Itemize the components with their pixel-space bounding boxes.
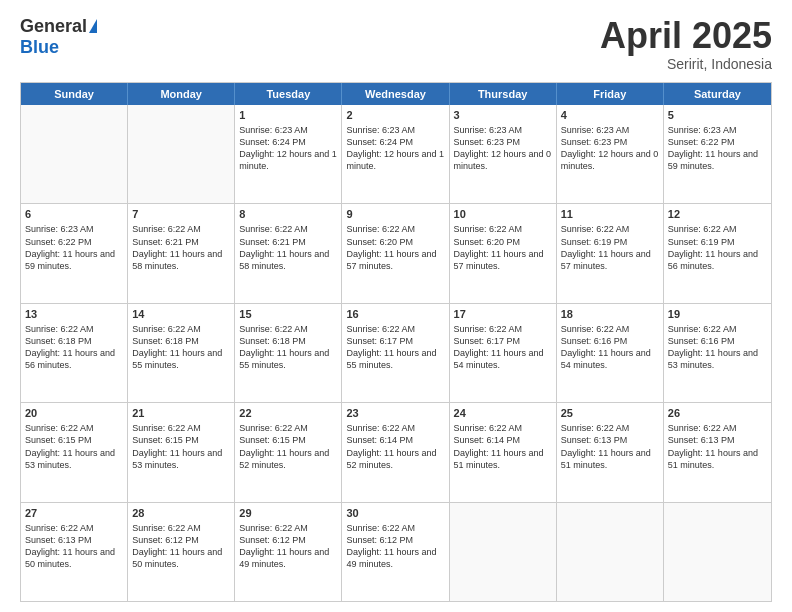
day-detail: Sunrise: 6:22 AM Sunset: 6:12 PM Dayligh… bbox=[239, 522, 337, 571]
day-number: 7 bbox=[132, 207, 230, 221]
calendar-week-4: 20Sunrise: 6:22 AM Sunset: 6:15 PM Dayli… bbox=[21, 403, 771, 502]
calendar-cell: 9Sunrise: 6:22 AM Sunset: 6:20 PM Daylig… bbox=[342, 204, 449, 302]
day-number: 12 bbox=[668, 207, 767, 221]
page: General Blue April 2025 Seririt, Indones… bbox=[0, 0, 792, 612]
calendar-cell bbox=[664, 503, 771, 601]
day-detail: Sunrise: 6:22 AM Sunset: 6:15 PM Dayligh… bbox=[239, 422, 337, 471]
day-number: 2 bbox=[346, 108, 444, 122]
calendar-cell: 13Sunrise: 6:22 AM Sunset: 6:18 PM Dayli… bbox=[21, 304, 128, 402]
day-detail: Sunrise: 6:22 AM Sunset: 6:19 PM Dayligh… bbox=[561, 223, 659, 272]
calendar-body: 1Sunrise: 6:23 AM Sunset: 6:24 PM Daylig… bbox=[21, 105, 771, 601]
day-detail: Sunrise: 6:23 AM Sunset: 6:23 PM Dayligh… bbox=[561, 124, 659, 173]
logo: General Blue bbox=[20, 16, 97, 58]
day-number: 4 bbox=[561, 108, 659, 122]
calendar-week-2: 6Sunrise: 6:23 AM Sunset: 6:22 PM Daylig… bbox=[21, 204, 771, 303]
day-detail: Sunrise: 6:22 AM Sunset: 6:18 PM Dayligh… bbox=[132, 323, 230, 372]
calendar-cell: 7Sunrise: 6:22 AM Sunset: 6:21 PM Daylig… bbox=[128, 204, 235, 302]
day-detail: Sunrise: 6:23 AM Sunset: 6:24 PM Dayligh… bbox=[346, 124, 444, 173]
calendar-header-friday: Friday bbox=[557, 83, 664, 105]
day-number: 5 bbox=[668, 108, 767, 122]
day-detail: Sunrise: 6:22 AM Sunset: 6:13 PM Dayligh… bbox=[25, 522, 123, 571]
day-detail: Sunrise: 6:22 AM Sunset: 6:15 PM Dayligh… bbox=[132, 422, 230, 471]
calendar-header-monday: Monday bbox=[128, 83, 235, 105]
day-number: 3 bbox=[454, 108, 552, 122]
calendar-cell: 6Sunrise: 6:23 AM Sunset: 6:22 PM Daylig… bbox=[21, 204, 128, 302]
calendar-cell bbox=[450, 503, 557, 601]
day-detail: Sunrise: 6:22 AM Sunset: 6:21 PM Dayligh… bbox=[132, 223, 230, 272]
calendar-cell: 22Sunrise: 6:22 AM Sunset: 6:15 PM Dayli… bbox=[235, 403, 342, 501]
calendar-cell: 26Sunrise: 6:22 AM Sunset: 6:13 PM Dayli… bbox=[664, 403, 771, 501]
calendar-cell: 1Sunrise: 6:23 AM Sunset: 6:24 PM Daylig… bbox=[235, 105, 342, 203]
day-detail: Sunrise: 6:23 AM Sunset: 6:23 PM Dayligh… bbox=[454, 124, 552, 173]
day-detail: Sunrise: 6:22 AM Sunset: 6:13 PM Dayligh… bbox=[561, 422, 659, 471]
day-number: 20 bbox=[25, 406, 123, 420]
day-number: 6 bbox=[25, 207, 123, 221]
calendar-cell: 30Sunrise: 6:22 AM Sunset: 6:12 PM Dayli… bbox=[342, 503, 449, 601]
day-detail: Sunrise: 6:22 AM Sunset: 6:19 PM Dayligh… bbox=[668, 223, 767, 272]
day-detail: Sunrise: 6:22 AM Sunset: 6:12 PM Dayligh… bbox=[132, 522, 230, 571]
calendar-week-3: 13Sunrise: 6:22 AM Sunset: 6:18 PM Dayli… bbox=[21, 304, 771, 403]
day-number: 22 bbox=[239, 406, 337, 420]
header: General Blue April 2025 Seririt, Indones… bbox=[20, 16, 772, 72]
day-number: 16 bbox=[346, 307, 444, 321]
day-detail: Sunrise: 6:22 AM Sunset: 6:18 PM Dayligh… bbox=[239, 323, 337, 372]
day-detail: Sunrise: 6:22 AM Sunset: 6:20 PM Dayligh… bbox=[346, 223, 444, 272]
calendar-cell: 10Sunrise: 6:22 AM Sunset: 6:20 PM Dayli… bbox=[450, 204, 557, 302]
calendar-cell bbox=[128, 105, 235, 203]
day-detail: Sunrise: 6:22 AM Sunset: 6:20 PM Dayligh… bbox=[454, 223, 552, 272]
day-detail: Sunrise: 6:23 AM Sunset: 6:22 PM Dayligh… bbox=[25, 223, 123, 272]
day-detail: Sunrise: 6:22 AM Sunset: 6:14 PM Dayligh… bbox=[454, 422, 552, 471]
calendar-header-saturday: Saturday bbox=[664, 83, 771, 105]
day-detail: Sunrise: 6:22 AM Sunset: 6:16 PM Dayligh… bbox=[668, 323, 767, 372]
day-detail: Sunrise: 6:22 AM Sunset: 6:14 PM Dayligh… bbox=[346, 422, 444, 471]
day-number: 21 bbox=[132, 406, 230, 420]
day-number: 8 bbox=[239, 207, 337, 221]
title-block: April 2025 Seririt, Indonesia bbox=[600, 16, 772, 72]
calendar-cell: 25Sunrise: 6:22 AM Sunset: 6:13 PM Dayli… bbox=[557, 403, 664, 501]
day-number: 1 bbox=[239, 108, 337, 122]
calendar-cell: 21Sunrise: 6:22 AM Sunset: 6:15 PM Dayli… bbox=[128, 403, 235, 501]
calendar-location: Seririt, Indonesia bbox=[600, 56, 772, 72]
calendar-cell: 24Sunrise: 6:22 AM Sunset: 6:14 PM Dayli… bbox=[450, 403, 557, 501]
day-detail: Sunrise: 6:22 AM Sunset: 6:21 PM Dayligh… bbox=[239, 223, 337, 272]
calendar-week-5: 27Sunrise: 6:22 AM Sunset: 6:13 PM Dayli… bbox=[21, 503, 771, 601]
calendar-header-wednesday: Wednesday bbox=[342, 83, 449, 105]
day-number: 30 bbox=[346, 506, 444, 520]
calendar-cell: 28Sunrise: 6:22 AM Sunset: 6:12 PM Dayli… bbox=[128, 503, 235, 601]
calendar-cell: 29Sunrise: 6:22 AM Sunset: 6:12 PM Dayli… bbox=[235, 503, 342, 601]
calendar-cell: 20Sunrise: 6:22 AM Sunset: 6:15 PM Dayli… bbox=[21, 403, 128, 501]
calendar-cell: 5Sunrise: 6:23 AM Sunset: 6:22 PM Daylig… bbox=[664, 105, 771, 203]
day-detail: Sunrise: 6:22 AM Sunset: 6:17 PM Dayligh… bbox=[454, 323, 552, 372]
day-number: 23 bbox=[346, 406, 444, 420]
day-detail: Sunrise: 6:23 AM Sunset: 6:22 PM Dayligh… bbox=[668, 124, 767, 173]
day-detail: Sunrise: 6:22 AM Sunset: 6:12 PM Dayligh… bbox=[346, 522, 444, 571]
day-number: 28 bbox=[132, 506, 230, 520]
calendar-cell: 12Sunrise: 6:22 AM Sunset: 6:19 PM Dayli… bbox=[664, 204, 771, 302]
calendar-header-row: SundayMondayTuesdayWednesdayThursdayFrid… bbox=[21, 83, 771, 105]
calendar-cell bbox=[557, 503, 664, 601]
calendar-cell: 14Sunrise: 6:22 AM Sunset: 6:18 PM Dayli… bbox=[128, 304, 235, 402]
calendar-cell: 17Sunrise: 6:22 AM Sunset: 6:17 PM Dayli… bbox=[450, 304, 557, 402]
logo-general-text: General bbox=[20, 16, 87, 37]
day-number: 29 bbox=[239, 506, 337, 520]
day-number: 11 bbox=[561, 207, 659, 221]
day-number: 19 bbox=[668, 307, 767, 321]
calendar-cell: 3Sunrise: 6:23 AM Sunset: 6:23 PM Daylig… bbox=[450, 105, 557, 203]
day-number: 26 bbox=[668, 406, 767, 420]
calendar-title: April 2025 bbox=[600, 16, 772, 56]
day-number: 13 bbox=[25, 307, 123, 321]
calendar-cell: 8Sunrise: 6:22 AM Sunset: 6:21 PM Daylig… bbox=[235, 204, 342, 302]
day-detail: Sunrise: 6:22 AM Sunset: 6:15 PM Dayligh… bbox=[25, 422, 123, 471]
calendar-header-tuesday: Tuesday bbox=[235, 83, 342, 105]
calendar: SundayMondayTuesdayWednesdayThursdayFrid… bbox=[20, 82, 772, 602]
day-number: 10 bbox=[454, 207, 552, 221]
calendar-header-sunday: Sunday bbox=[21, 83, 128, 105]
calendar-cell: 23Sunrise: 6:22 AM Sunset: 6:14 PM Dayli… bbox=[342, 403, 449, 501]
day-detail: Sunrise: 6:22 AM Sunset: 6:18 PM Dayligh… bbox=[25, 323, 123, 372]
day-detail: Sunrise: 6:23 AM Sunset: 6:24 PM Dayligh… bbox=[239, 124, 337, 173]
calendar-cell bbox=[21, 105, 128, 203]
logo-triangle-icon bbox=[89, 19, 97, 33]
calendar-cell: 27Sunrise: 6:22 AM Sunset: 6:13 PM Dayli… bbox=[21, 503, 128, 601]
day-number: 9 bbox=[346, 207, 444, 221]
calendar-cell: 2Sunrise: 6:23 AM Sunset: 6:24 PM Daylig… bbox=[342, 105, 449, 203]
